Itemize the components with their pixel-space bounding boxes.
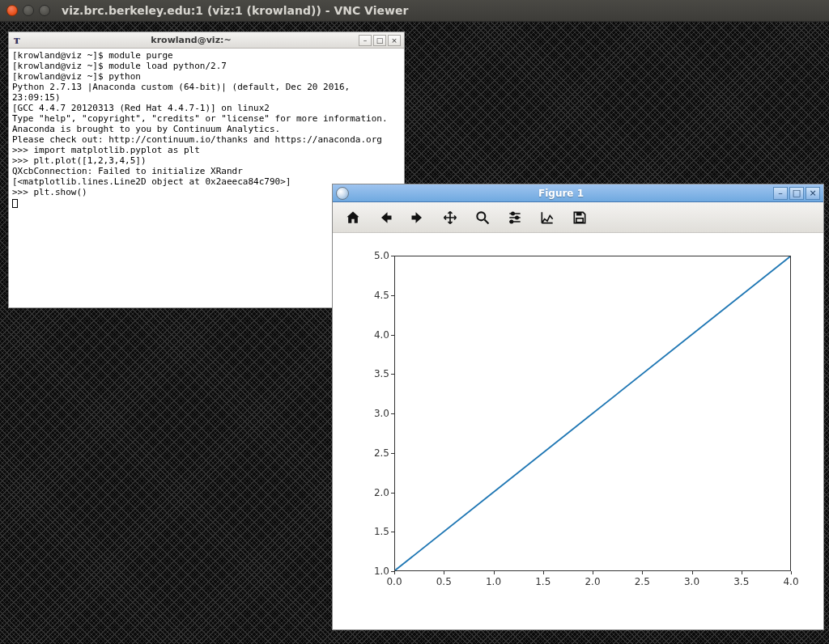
svg-text:T: T (15, 36, 20, 44)
terminal-line: [<matplotlib.lines.Line2D object at 0x2a… (12, 176, 291, 187)
svg-point-2 (477, 212, 485, 220)
terminal-line: QXcbConnection: Failed to initialize XRa… (12, 166, 243, 176)
maximize-button[interactable]: □ (373, 35, 386, 46)
zoom-icon[interactable] (474, 209, 491, 227)
terminal-line: >>> import matplotlib.pyplot as plt (12, 145, 200, 155)
svg-point-3 (512, 212, 514, 214)
figure-title: Figure 1 (349, 188, 773, 199)
terminal-line: Anaconda is brought to you by Continuum … (12, 124, 280, 134)
y-tick-label: 2.5 (365, 447, 389, 459)
y-tick (391, 295, 394, 296)
axes-icon[interactable] (538, 209, 556, 227)
x-tick (742, 571, 742, 574)
y-tick (391, 256, 394, 256)
terminal-window-buttons: – □ × (359, 35, 401, 46)
y-tick (391, 532, 394, 532)
figure-toolbar (333, 202, 823, 233)
terminal-app-icon: TT (12, 35, 23, 46)
svg-point-4 (516, 216, 518, 218)
close-icon[interactable] (6, 5, 18, 16)
desktop-area: TT krowland@viz:~ – □ × [krowland@viz ~]… (0, 22, 829, 644)
configure-icon[interactable] (506, 209, 524, 227)
vnc-titlebar: viz.brc.berkeley.edu:1 (viz:1 (krowland)… (0, 0, 829, 22)
figure-canvas[interactable]: 1.01.52.02.53.03.54.04.55.00.00.51.01.52… (333, 233, 823, 629)
y-tick (391, 453, 394, 454)
x-tick (791, 571, 792, 574)
svg-point-5 (510, 220, 512, 222)
y-tick-label: 3.0 (365, 408, 389, 419)
plot-axes (394, 256, 791, 571)
home-icon[interactable] (344, 209, 362, 227)
minimize-icon[interactable] (23, 5, 34, 16)
x-tick (692, 571, 693, 574)
y-tick-label: 5.0 (365, 250, 389, 261)
terminal-line: [krowland@viz ~]$ module purge (12, 50, 173, 61)
vnc-window-buttons (6, 5, 50, 16)
y-tick (391, 335, 394, 336)
x-tick-label: 1.0 (486, 576, 501, 587)
terminal-titlebar[interactable]: TT krowland@viz:~ – □ × (9, 32, 404, 49)
pan-icon[interactable] (441, 209, 459, 227)
terminal-line: >>> plt.show() (12, 187, 87, 197)
y-tick-label: 3.5 (365, 368, 389, 379)
terminal-line: >>> plt.plot([1,2,3,4,5]) (12, 155, 147, 166)
y-tick-label: 1.5 (365, 526, 389, 537)
figure-titlebar[interactable]: Figure 1 – □ × (333, 184, 823, 202)
x-tick (593, 571, 593, 574)
y-tick (391, 374, 394, 375)
x-tick (444, 571, 444, 574)
x-tick (494, 571, 495, 574)
close-button[interactable]: × (806, 187, 820, 200)
save-icon[interactable] (571, 209, 589, 227)
x-tick-label: 0.0 (386, 576, 402, 587)
close-button[interactable]: × (388, 35, 401, 46)
minimize-button[interactable]: – (359, 35, 372, 46)
figure-window-buttons: – □ × (773, 187, 820, 200)
svg-rect-6 (576, 212, 582, 215)
plot-line (395, 256, 790, 570)
y-tick (391, 493, 394, 494)
y-tick-label: 2.0 (365, 487, 389, 498)
x-tick-label: 4.0 (783, 576, 798, 587)
terminal-line: [krowland@viz ~]$ python (12, 71, 141, 82)
terminal-title: krowland@viz:~ (27, 35, 355, 45)
x-tick (642, 571, 643, 574)
terminal-line: Please check out: http://continuum.io/th… (12, 134, 382, 145)
y-tick (391, 413, 394, 414)
minimize-button[interactable]: – (773, 187, 788, 200)
svg-rect-7 (576, 218, 583, 222)
maximize-button[interactable]: □ (789, 187, 804, 200)
y-tick-label: 4.5 (365, 290, 389, 301)
x-tick-label: 3.5 (733, 576, 749, 587)
x-tick-label: 3.0 (684, 576, 699, 587)
forward-icon[interactable] (409, 209, 427, 227)
y-tick-label: 4.0 (365, 329, 389, 341)
x-tick (543, 571, 544, 574)
maximize-icon[interactable] (39, 5, 50, 16)
figure-app-icon (336, 187, 349, 200)
figure-window[interactable]: Figure 1 – □ × (332, 184, 824, 630)
x-tick-label: 1.5 (535, 576, 551, 587)
terminal-line: Python 2.7.13 |Anaconda custom (64-bit)|… (12, 82, 355, 103)
back-icon[interactable] (376, 209, 394, 227)
y-tick-label: 1.0 (365, 566, 389, 577)
x-tick-label: 2.0 (585, 576, 600, 587)
terminal-line: [krowland@viz ~]$ module load python/2.7 (12, 61, 227, 71)
terminal-line: [GCC 4.4.7 20120313 (Red Hat 4.4.7-1)] o… (12, 103, 270, 113)
terminal-cursor (12, 199, 18, 208)
vnc-title: viz.brc.berkeley.edu:1 (viz:1 (krowland)… (62, 4, 408, 17)
x-tick-label: 2.5 (635, 576, 650, 587)
terminal-line: Type "help", "copyright", "credits" or "… (12, 113, 388, 124)
x-tick (394, 571, 395, 574)
x-tick-label: 0.5 (436, 576, 452, 587)
